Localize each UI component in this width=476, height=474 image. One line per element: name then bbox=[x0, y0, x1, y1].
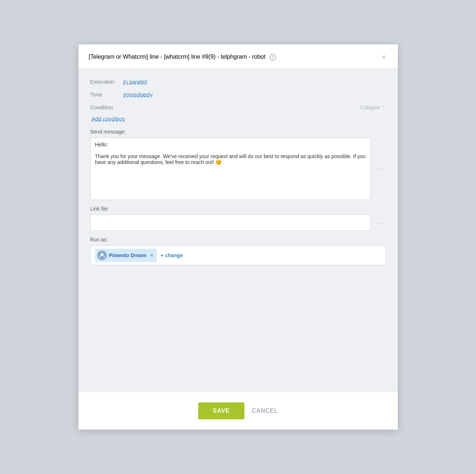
link-file-input[interactable] bbox=[90, 215, 371, 231]
time-value[interactable]: Immediately bbox=[123, 91, 153, 98]
change-link[interactable]: + change bbox=[160, 252, 183, 258]
user-tag: Pimento Dream × bbox=[95, 249, 157, 262]
link-file-ellipsis-button[interactable]: ··· bbox=[374, 219, 386, 227]
condition-section: Condition Collapse ⌃ Add condition bbox=[90, 104, 386, 122]
execution-value[interactable]: In parallel bbox=[123, 79, 147, 85]
collapse-button[interactable]: Collapse ⌃ bbox=[360, 105, 386, 110]
run-as-label: Run as: bbox=[90, 237, 386, 243]
condition-label: Condition bbox=[90, 104, 113, 110]
dialog-body: Execution In parallel Time Immediately C… bbox=[79, 68, 398, 392]
dialog: [Telegram or Whatcrm] line - [whatcrm] l… bbox=[79, 44, 398, 430]
chevron-up-icon: ⌃ bbox=[382, 105, 386, 110]
title-text: [Telegram or Whatcrm] line - [whatcrm] l… bbox=[89, 54, 266, 60]
user-name: Pimento Dream bbox=[109, 252, 147, 258]
dialog-header: [Telegram or Whatcrm] line - [whatcrm] l… bbox=[79, 44, 398, 68]
execution-row: Execution In parallel bbox=[90, 79, 386, 85]
link-file-label: Link file: bbox=[90, 206, 386, 212]
send-message-section: Send message: Hello: Thank you for your … bbox=[90, 129, 386, 200]
collapse-label: Collapse bbox=[360, 105, 380, 110]
dialog-title: [Telegram or Whatcrm] line - [whatcrm] l… bbox=[89, 54, 276, 61]
message-ellipsis-button[interactable]: ··· bbox=[374, 165, 386, 173]
execution-label: Execution bbox=[90, 79, 120, 85]
link-file-row: ··· bbox=[90, 215, 386, 231]
help-icon[interactable]: ? bbox=[269, 54, 276, 61]
time-row: Time Immediately bbox=[90, 91, 386, 98]
message-ellipsis-icon: ··· bbox=[376, 165, 384, 173]
dialog-footer: SAVE CANCEL bbox=[79, 392, 398, 430]
close-icon[interactable]: × bbox=[380, 52, 388, 61]
save-button[interactable]: SAVE bbox=[198, 402, 244, 419]
user-remove-button[interactable]: × bbox=[150, 252, 153, 258]
condition-header: Condition Collapse ⌃ bbox=[90, 104, 386, 110]
message-textarea[interactable]: Hello: Thank you for your message. We've… bbox=[90, 138, 371, 200]
run-as-row: Pimento Dream × + change bbox=[90, 245, 386, 265]
send-message-label: Send message: bbox=[90, 129, 386, 135]
cancel-button[interactable]: CANCEL bbox=[252, 408, 278, 414]
message-area-wrapper: Hello: Thank you for your message. We've… bbox=[90, 138, 386, 200]
add-condition-link[interactable]: Add condition bbox=[92, 116, 125, 122]
avatar bbox=[97, 251, 107, 260]
link-file-ellipsis-icon: ··· bbox=[376, 219, 384, 227]
time-label: Time bbox=[90, 91, 120, 98]
run-as-section: Run as: Pimento Dream × + change bbox=[90, 237, 386, 265]
link-file-section: Link file: ··· bbox=[90, 206, 386, 231]
